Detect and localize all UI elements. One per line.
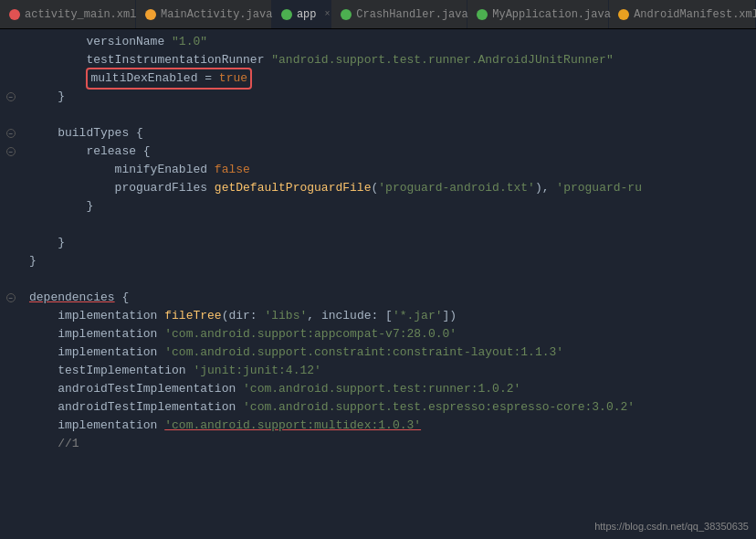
tab-bar: activity_main.xml × MainActivity.java × … (0, 0, 756, 29)
tab-icon-crash (341, 9, 352, 20)
fold-marker-defaultconfig[interactable] (6, 92, 16, 101)
tab-mainactivity[interactable]: MainActivity.java × (136, 0, 272, 28)
code-line-close-defaultconfig: } (29, 88, 749, 106)
gutter-row-6[interactable] (0, 124, 22, 143)
code-line-androidtest-espresso: androidTestImplementation 'com.android.s… (29, 398, 749, 417)
gutter-row-13 (0, 252, 22, 270)
gutter-row-11 (0, 216, 22, 234)
code-line-buildtypes: buildTypes { (29, 124, 749, 143)
tab-androidmanifest[interactable]: AndroidManifest.xml × (609, 0, 756, 28)
code-line-testinstrumentation: testInstrumentationRunner "android.suppo… (29, 51, 749, 69)
code-line-empty1 (29, 106, 749, 124)
gutter-row-7[interactable] (0, 143, 22, 161)
gutter (0, 29, 22, 539)
code-line-empty3 (29, 270, 749, 289)
multidex-highlight-box: multiDexEnabled = true (86, 68, 252, 90)
fold-marker-dependencies[interactable] (6, 293, 16, 302)
tab-activity-main[interactable]: activity_main.xml × (0, 0, 136, 28)
gutter-row-2 (0, 51, 22, 69)
ide-window: activity_main.xml × MainActivity.java × … (0, 0, 756, 539)
gutter-row-18 (0, 343, 22, 362)
code-line-close-release: } (29, 197, 749, 216)
gutter-row-19 (0, 362, 22, 380)
tab-icon-gradle (281, 9, 292, 20)
code-line-testimpl-junit: testImplementation 'junit:junit:4.12' (29, 362, 749, 380)
tab-label-mainactivity: MainActivity.java (161, 8, 272, 21)
code-line-comment: //1 (29, 435, 749, 453)
tab-label-myapplication: MyApplication.java (492, 8, 611, 21)
gutter-row-16 (0, 307, 22, 325)
gutter-row-1 (0, 33, 22, 51)
gutter-row-5 (0, 106, 22, 124)
code-editor: versionName "1.0" testInstrumentationRun… (0, 29, 756, 539)
gutter-row-17 (0, 325, 22, 343)
tab-crashhandler[interactable]: CrashHandler.java × (331, 0, 467, 28)
watermark: https://blog.csdn.net/qq_38350635 (594, 521, 749, 532)
gutter-row-23 (0, 435, 22, 453)
tab-close-app[interactable]: × (324, 9, 330, 19)
code-line-proguardfiles: proguardFiles getDefaultProguardFile('pr… (29, 179, 749, 197)
tab-icon-manifest (618, 9, 629, 20)
gutter-row-22 (0, 417, 22, 435)
tab-app[interactable]: app × (272, 0, 331, 28)
gutter-row-4[interactable] (0, 88, 22, 106)
tab-icon-xml (9, 9, 20, 20)
code-line-impl-appcompat: implementation 'com.android.support:appc… (29, 325, 749, 343)
fold-marker-release[interactable] (6, 147, 16, 156)
code-line-impl-constraint: implementation 'com.android.support.cons… (29, 343, 749, 362)
code-line-versionname: versionName "1.0" (29, 33, 749, 51)
tab-label-app: app (297, 8, 317, 21)
gutter-row-20 (0, 380, 22, 398)
gutter-row-21 (0, 398, 22, 417)
tab-label-activity-main: activity_main.xml (25, 8, 136, 21)
gutter-row-15[interactable] (0, 289, 22, 307)
code-line-androidtest-runner: androidTestImplementation 'com.android.s… (29, 380, 749, 398)
tab-myapplication[interactable]: MyApplication.java × (467, 0, 609, 28)
code-lines: versionName "1.0" testInstrumentationRun… (22, 29, 756, 539)
gutter-row-14 (0, 270, 22, 289)
fold-marker-buildtypes[interactable] (6, 129, 16, 138)
gutter-row-8 (0, 161, 22, 179)
code-line-impl-filetree: implementation fileTree(dir: 'libs', inc… (29, 307, 749, 325)
gutter-row-3 (0, 69, 22, 88)
code-line-close-buildtypes: } (29, 234, 749, 252)
code-line-multidexenabled: multiDexEnabled = true (29, 69, 749, 88)
gutter-row-10 (0, 197, 22, 216)
code-line-minifyenabled: minifyEnabled false (29, 161, 749, 179)
code-line-close-android: } (29, 252, 749, 270)
code-line-release: release { (29, 143, 749, 161)
gutter-row-9 (0, 179, 22, 197)
gutter-row-12 (0, 234, 22, 252)
code-line-impl-multidex: implementation 'com.android.support:mult… (29, 417, 749, 435)
tab-icon-java (145, 9, 156, 20)
code-line-dependencies: dependencies { (29, 289, 749, 307)
tab-icon-myapp (477, 9, 488, 20)
tab-label-crashhandler: CrashHandler.java (356, 8, 467, 21)
code-line-empty2 (29, 216, 749, 234)
tab-label-androidmanifest: AndroidManifest.xml (634, 8, 756, 21)
